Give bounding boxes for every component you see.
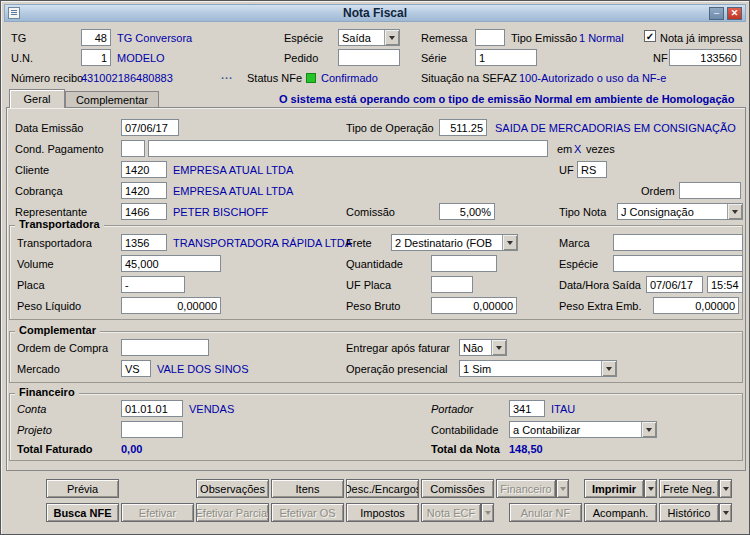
- minimize-button[interactable]: –: [709, 7, 724, 20]
- nf-field[interactable]: 133560: [669, 49, 741, 66]
- previa-button[interactable]: Prévia: [46, 479, 119, 498]
- cobranca-desc-text: EMPRESA ATUAL LTDA: [173, 185, 293, 197]
- marca-field[interactable]: [613, 234, 743, 251]
- tab-geral[interactable]: Geral: [9, 89, 65, 108]
- financeiro-button[interactable]: Financeiro: [496, 479, 556, 498]
- un-code-field[interactable]: 1: [81, 49, 111, 66]
- portador-desc-text: ITAU: [551, 403, 575, 415]
- tg-code-field[interactable]: 48: [81, 29, 111, 46]
- tipo-nota-select[interactable]: J Consignação: [617, 203, 743, 220]
- recibo-more-icon[interactable]: ...: [221, 69, 233, 81]
- hora-saida-field[interactable]: 15:54: [707, 276, 743, 293]
- recibo-label: Número recibo: [11, 72, 83, 84]
- efetivar-button[interactable]: Efetivar: [121, 503, 194, 522]
- busca-nfe-button[interactable]: Busca NFE: [46, 503, 119, 522]
- status-green-icon: [306, 73, 316, 83]
- contabilidade-select[interactable]: a Contabilizar: [509, 421, 657, 438]
- operacao-presencial-select[interactable]: 1 Sim: [459, 360, 617, 377]
- pedido-label: Pedido: [284, 52, 318, 64]
- efetivar-parcial-button[interactable]: Efetivar Parcial: [196, 503, 269, 522]
- peso-extra-field[interactable]: 0,00000: [653, 297, 739, 314]
- chevron-down-icon[interactable]: [601, 361, 616, 376]
- frete-select[interactable]: 2 Destinatario (FOB: [391, 234, 518, 251]
- quantidade-field[interactable]: [431, 255, 497, 272]
- imprimir-dropdown-button[interactable]: [644, 479, 657, 498]
- uf-placa-field[interactable]: [431, 276, 473, 293]
- uf-field[interactable]: RS: [577, 161, 607, 178]
- comissoes-button[interactable]: Comissões: [421, 479, 494, 498]
- anular-nf-button[interactable]: Anular NF: [509, 503, 582, 522]
- peso-liquido-label: Peso Líquido: [17, 300, 81, 312]
- portador-code-field[interactable]: 341: [509, 400, 545, 417]
- quantidade-label: Quantidade: [346, 258, 403, 270]
- historico-dropdown-button[interactable]: [719, 503, 732, 522]
- mercado-desc-text: VALE DOS SINOS: [157, 363, 249, 375]
- nota-ecf-dropdown-button[interactable]: [481, 503, 494, 522]
- complementar-group: [9, 331, 743, 383]
- remessa-field[interactable]: [475, 29, 505, 46]
- cond-pagamento-desc-field[interactable]: [148, 140, 548, 157]
- itens-button[interactable]: Itens: [271, 479, 344, 498]
- tipo-nota-label: Tipo Nota: [559, 206, 606, 218]
- remessa-label: Remessa: [421, 32, 467, 44]
- tipo-nota-value: J Consignação: [621, 206, 694, 218]
- volume-field[interactable]: 45,000: [121, 255, 221, 272]
- cobranca-label: Cobrança: [15, 185, 63, 197]
- close-button[interactable]: ✕: [727, 7, 742, 20]
- frete-neg-button[interactable]: Frete Neg.: [659, 479, 719, 498]
- nota-ecf-button[interactable]: Nota ECF: [421, 503, 481, 522]
- chevron-down-icon[interactable]: [502, 235, 517, 250]
- ordem-compra-field[interactable]: [121, 339, 209, 356]
- desc-encargos-button[interactable]: Desc./Encargos: [346, 479, 419, 498]
- representante-label: Representante: [15, 206, 87, 218]
- transportadora-label: Transportadora: [17, 237, 92, 249]
- tipo-operacao-code-field[interactable]: 511.25: [439, 119, 487, 136]
- chevron-down-icon[interactable]: [384, 30, 399, 45]
- un-label: U.N.: [11, 52, 33, 64]
- ordem-compra-label: Ordem de Compra: [17, 342, 108, 354]
- ordem-field[interactable]: [679, 182, 741, 199]
- comissao-field[interactable]: 5,00%: [439, 203, 495, 220]
- chevron-down-icon[interactable]: [727, 204, 742, 219]
- historico-button[interactable]: Histórico: [659, 503, 719, 522]
- observacoes-button[interactable]: Observações: [196, 479, 269, 498]
- cond-pagamento-code-field[interactable]: [121, 140, 145, 157]
- mercado-code-field[interactable]: VS: [121, 360, 151, 377]
- uf-label: UF: [559, 164, 574, 176]
- nota-impressa-checkbox[interactable]: ✓: [644, 30, 656, 42]
- tipo-operacao-label: Tipo de Operação: [346, 122, 434, 134]
- especie-label: Espécie: [284, 32, 323, 44]
- cobranca-code-field[interactable]: 1420: [121, 182, 167, 199]
- acompanh-button[interactable]: Acompanh.: [584, 503, 657, 522]
- placa-field[interactable]: -: [121, 276, 185, 293]
- projeto-field[interactable]: [121, 421, 183, 438]
- titlebar: Nota Fiscal – ✕: [4, 4, 746, 22]
- projeto-label: Projeto: [17, 424, 52, 436]
- tab-complementar[interactable]: Complementar: [65, 91, 159, 107]
- representante-code-field[interactable]: 1466: [121, 203, 167, 220]
- peso-bruto-field[interactable]: 0,00000: [431, 297, 517, 314]
- serie-field[interactable]: 1: [475, 49, 537, 66]
- peso-liquido-field[interactable]: 0,00000: [121, 297, 221, 314]
- vezes-text: vezes: [586, 143, 615, 155]
- window-title: Nota Fiscal: [343, 6, 407, 20]
- tipo-operacao-desc-text: SAIDA DE MERCADORIAS EM CONSIGNAÇÃO: [495, 122, 736, 134]
- data-saida-field[interactable]: 07/06/17: [646, 276, 703, 293]
- data-emissao-field[interactable]: 07/06/17: [121, 119, 179, 136]
- conta-code-field[interactable]: 01.01.01: [121, 400, 183, 417]
- pedido-field[interactable]: [338, 49, 400, 66]
- especie-select[interactable]: Saída: [338, 29, 400, 46]
- efetivar-os-button[interactable]: Efetivar OS: [271, 503, 344, 522]
- cliente-code-field[interactable]: 1420: [121, 161, 167, 178]
- entregar-apos-select[interactable]: Não: [459, 339, 507, 356]
- imprimir-button[interactable]: Imprimir: [584, 479, 644, 498]
- transportadora-code-field[interactable]: 1356: [121, 234, 167, 251]
- impostos-button[interactable]: Impostos: [346, 503, 419, 522]
- tg-label: TG: [11, 32, 26, 44]
- financeiro-dropdown-button[interactable]: [556, 479, 569, 498]
- chevron-down-icon[interactable]: [641, 422, 656, 437]
- frete-neg-dropdown-button[interactable]: [719, 479, 732, 498]
- chevron-down-icon[interactable]: [491, 340, 506, 355]
- especie-emb-field[interactable]: [613, 255, 743, 272]
- nota-impressa-label: Nota já impressa: [660, 32, 743, 44]
